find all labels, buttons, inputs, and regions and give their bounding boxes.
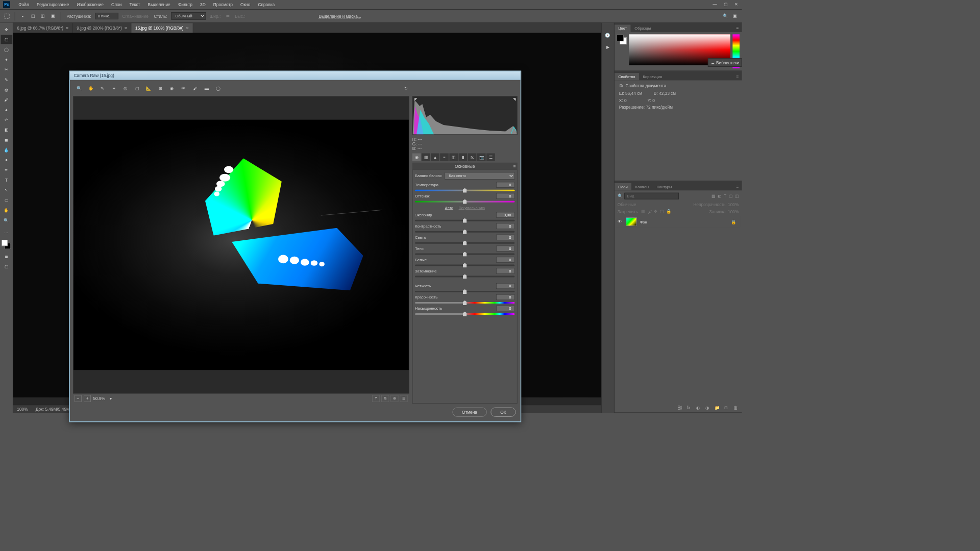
cr-before-after-icon[interactable]: Y — [372, 395, 380, 402]
default-link[interactable]: По умолчанию — [459, 206, 485, 210]
menu-Редактирование[interactable]: Редактирование — [33, 3, 73, 7]
tab-channels[interactable]: Каналы — [631, 183, 653, 190]
lock-all-icon[interactable]: ▦ — [641, 209, 645, 214]
fx-icon[interactable]: fx — [687, 406, 693, 411]
layer-filter-input[interactable] — [624, 193, 679, 199]
tab-paths[interactable]: Контуры — [653, 183, 676, 190]
mask-icon[interactable]: ◐ — [696, 406, 702, 411]
workspace-icon[interactable]: ▣ — [731, 12, 739, 20]
fill-value[interactable]: 100% — [728, 209, 739, 214]
brush-tool[interactable]: 🖌 — [1, 95, 12, 104]
clarity-slider[interactable] — [415, 290, 514, 293]
cr-panel-menu-icon[interactable]: ≡ — [513, 164, 516, 168]
marquee-tool[interactable]: ▢ — [1, 35, 12, 44]
menu-Справка[interactable]: Справка — [254, 3, 279, 7]
cr-hand-tool[interactable]: ✋ — [86, 84, 95, 93]
saturation-slider[interactable] — [415, 312, 514, 315]
cr-zoom-out[interactable]: − — [75, 395, 82, 402]
refine-edge-link[interactable]: Выделение и маска... — [318, 14, 361, 18]
shadows-slider[interactable] — [415, 253, 514, 256]
cr-zoom-tool[interactable]: 🔍 — [75, 84, 84, 93]
style-select[interactable]: Обычный — [171, 12, 206, 19]
cr-zoom-in[interactable]: + — [84, 395, 91, 402]
cr-adjustment-brush[interactable]: 🖌 — [190, 84, 200, 93]
cr-tab-curve[interactable]: ▦ — [422, 154, 430, 161]
color-foreground-background[interactable] — [617, 34, 627, 44]
type-tool[interactable]: T — [1, 176, 12, 185]
marquee-tool-icon[interactable] — [3, 12, 11, 20]
highlights-value[interactable]: 0 — [496, 234, 514, 240]
stamp-tool[interactable]: ▲ — [1, 105, 12, 114]
blacks-value[interactable]: 0 — [496, 268, 514, 273]
lock-artboard-icon[interactable]: ▢ — [660, 209, 664, 214]
add-selection-icon[interactable]: ◫ — [29, 12, 37, 20]
libraries-tab[interactable]: ☁ Библиотеки — [708, 58, 742, 67]
menu-Файл[interactable]: Файл — [15, 3, 33, 7]
history-panel-icon[interactable]: 🕓 — [603, 31, 612, 40]
shadow-clip-icon[interactable]: ◤ — [414, 97, 417, 102]
vibrance-value[interactable]: 0 — [496, 294, 514, 300]
filter-smart-icon[interactable]: ◫ — [735, 193, 739, 198]
highlights-slider[interactable] — [415, 241, 514, 244]
shadows-value[interactable]: 0 — [496, 245, 514, 251]
whites-slider[interactable] — [415, 264, 514, 267]
adjustment-icon[interactable]: ◑ — [705, 406, 711, 411]
whites-value[interactable]: 0 — [496, 257, 514, 262]
menu-Просмотр[interactable]: Просмотр — [209, 3, 236, 7]
healing-tool[interactable]: ◍ — [1, 85, 12, 94]
histogram[interactable]: ◤ ◥ — [412, 96, 518, 135]
cr-tab-detail[interactable]: ▲ — [431, 154, 439, 161]
tab-close-icon[interactable]: × — [66, 25, 69, 31]
blend-mode[interactable]: Обычные — [618, 203, 636, 207]
filter-icon[interactable]: 🔍 — [618, 193, 623, 198]
vibrance-slider[interactable] — [415, 301, 514, 304]
tint-slider[interactable] — [415, 200, 514, 203]
cr-transform-tool[interactable]: ⊞ — [156, 84, 165, 93]
props-menu-icon[interactable]: ≡ — [733, 72, 742, 80]
tab-color[interactable]: Цвет — [615, 24, 631, 32]
cr-tab-lens[interactable]: ▮ — [459, 154, 468, 161]
exposure-value[interactable]: 0,00 — [496, 212, 514, 218]
subtract-selection-icon[interactable]: ◫ — [39, 12, 46, 20]
menu-Слои[interactable]: Слои — [108, 3, 126, 7]
eraser-tool[interactable]: ◧ — [1, 125, 12, 134]
layer-thumbnail[interactable] — [626, 217, 636, 226]
feather-input[interactable] — [95, 13, 118, 19]
new-layer-icon[interactable]: ⊞ — [724, 406, 730, 411]
menu-Текст[interactable]: Текст — [126, 3, 144, 7]
cr-gradient-tool[interactable]: ▬ — [202, 84, 211, 93]
cr-wb-tool[interactable]: ✎ — [98, 84, 107, 93]
layer-lock-icon[interactable]: 🔒 — [731, 219, 737, 224]
color-menu-icon[interactable]: ≡ — [733, 24, 742, 32]
pen-tool[interactable]: ✒ — [1, 165, 12, 174]
path-tool[interactable]: ↖ — [1, 185, 12, 194]
filter-adjust-icon[interactable]: ◐ — [718, 193, 722, 198]
lock-pixels-icon[interactable]: 🖌 — [648, 209, 652, 214]
eyedropper-tool[interactable]: ✎ — [1, 75, 12, 84]
tab-adjustments[interactable]: Коррекция — [639, 73, 666, 80]
zoom-tool[interactable]: 🔍 — [1, 215, 12, 224]
hand-tool[interactable]: ✋ — [1, 206, 12, 215]
dodge-tool[interactable]: ● — [1, 155, 12, 164]
canvas[interactable]: Camera Raw (15.jpg) 🔍 ✋ ✎ ✦ ◎ ▢ 📐 ⊞ ◉ — [13, 33, 601, 405]
menu-Фильтр[interactable]: Фильтр — [174, 3, 196, 7]
lasso-tool[interactable]: ◯ — [1, 45, 12, 54]
cr-zoom-dropdown[interactable]: ▾ — [110, 396, 112, 401]
highlight-clip-icon[interactable]: ◥ — [513, 97, 516, 102]
cr-spot-tool[interactable]: ◉ — [167, 84, 177, 93]
wb-select[interactable]: Как снято — [445, 172, 514, 180]
layers-menu-icon[interactable]: ≡ — [733, 183, 742, 190]
tab-layers[interactable]: Слои — [615, 183, 632, 190]
cr-copy-icon[interactable]: ⊕ — [390, 395, 398, 402]
cr-color-sampler-tool[interactable]: ✦ — [109, 84, 118, 93]
cr-straighten-tool[interactable]: 📐 — [144, 84, 153, 93]
intersect-selection-icon[interactable]: ▣ — [49, 12, 57, 20]
document-tab[interactable]: 9.jpg @ 200% (RGB/8*)× — [73, 23, 132, 33]
lock-position-icon[interactable]: ✥ — [654, 209, 657, 214]
cr-tab-fx[interactable]: fx — [468, 154, 477, 161]
actions-panel-icon[interactable]: ▶ — [603, 42, 612, 52]
cr-radial-tool[interactable]: ◯ — [214, 84, 223, 93]
document-tab[interactable]: 15.jpg @ 100% (RGB/8#)× — [131, 23, 193, 33]
cr-tab-split[interactable]: ◫ — [449, 154, 458, 161]
cr-tab-presets[interactable]: ☰ — [486, 154, 495, 161]
